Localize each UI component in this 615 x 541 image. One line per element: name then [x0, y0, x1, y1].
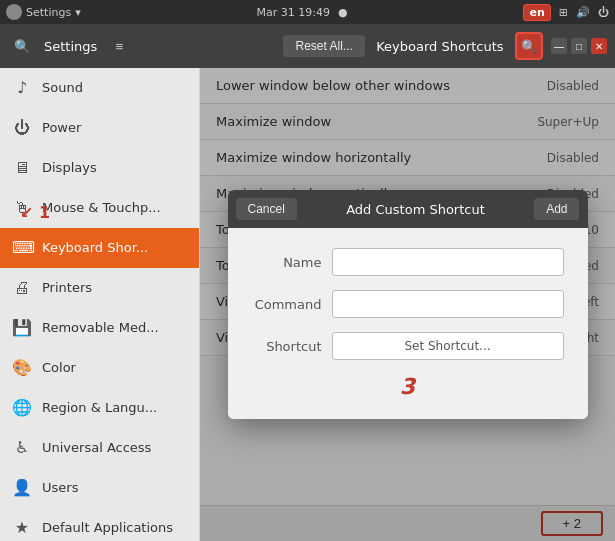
- name-input[interactable]: [332, 248, 564, 276]
- sidebar-label-color: Color: [42, 360, 76, 375]
- search-icon-button[interactable]: 🔍: [515, 32, 543, 60]
- default-apps-icon: ★: [12, 518, 32, 537]
- page-title: Keyboard Shortcuts: [373, 39, 507, 54]
- dot-indicator: ●: [338, 6, 348, 19]
- dialog-header: Cancel Add Custom Shortcut Add: [228, 190, 588, 228]
- command-input[interactable]: [332, 290, 564, 318]
- system-bar-right: en ⊞ 🔊 ⏻: [523, 4, 609, 21]
- content-area: ♪ Sound ⏻ Power 🖥 Displays 🖱 Mouse & Tou…: [0, 68, 615, 541]
- datetime-label: Mar 31 19:49: [257, 6, 330, 19]
- sidebar-label-printers: Printers: [42, 280, 92, 295]
- mouse-icon: 🖱: [12, 198, 32, 217]
- name-field: Name: [252, 248, 564, 276]
- sidebar-item-sound[interactable]: ♪ Sound: [0, 68, 199, 108]
- power-icon: ⏻: [12, 118, 32, 137]
- add-shortcut-dialog: Cancel Add Custom Shortcut Add Name Comm…: [228, 190, 588, 419]
- header-bar: 🔍 Settings ≡ Reset All... Keyboard Short…: [0, 24, 615, 68]
- command-field: Command: [252, 290, 564, 318]
- dialog-cancel-button[interactable]: Cancel: [236, 198, 297, 220]
- dialog-title: Add Custom Shortcut: [346, 202, 485, 217]
- dialog-overlay: Cancel Add Custom Shortcut Add Name Comm…: [200, 68, 615, 541]
- annotation-3: 3: [252, 374, 564, 399]
- app-menu-arrow: ▾: [75, 6, 81, 19]
- sidebar-item-removable[interactable]: 💾 Removable Med...: [0, 308, 199, 348]
- sidebar-label-region: Region & Langu...: [42, 400, 157, 415]
- sidebar-label-default-apps: Default Applications: [42, 520, 173, 535]
- sidebar-label-sound: Sound: [42, 80, 83, 95]
- sidebar-item-printers[interactable]: 🖨 Printers: [0, 268, 199, 308]
- app-menu-label[interactable]: Settings: [26, 6, 71, 19]
- region-icon: 🌐: [12, 398, 32, 417]
- set-shortcut-label: Set Shortcut...: [404, 339, 490, 353]
- system-bar-left: Settings ▾: [6, 4, 81, 20]
- main-panel: Lower window below other windows Disable…: [200, 68, 615, 541]
- close-button[interactable]: ✕: [591, 38, 607, 54]
- maximize-button[interactable]: □: [571, 38, 587, 54]
- keyboard-icon: ⌨: [12, 238, 32, 257]
- sound-icon: ♪: [12, 78, 32, 97]
- header-search-button[interactable]: 🔍: [8, 32, 36, 60]
- sound-icon[interactable]: 🔊: [576, 6, 590, 19]
- sidebar-item-region[interactable]: 🌐 Region & Langu...: [0, 388, 199, 428]
- reset-all-button[interactable]: Reset All...: [283, 35, 364, 57]
- sidebar-item-keyboard[interactable]: ⌨ Keyboard Shor...: [0, 228, 199, 268]
- sidebar-item-universal[interactable]: ♿ Universal Access: [0, 428, 199, 468]
- set-shortcut-button[interactable]: Set Shortcut...: [332, 332, 564, 360]
- settings-gear-icon: [6, 4, 22, 20]
- printers-icon: 🖨: [12, 278, 32, 297]
- language-badge[interactable]: en: [523, 4, 550, 21]
- sidebar: ♪ Sound ⏻ Power 🖥 Displays 🖱 Mouse & Tou…: [0, 68, 200, 541]
- name-label: Name: [252, 255, 322, 270]
- shortcut-field: Shortcut Set Shortcut...: [252, 332, 564, 360]
- sidebar-label-universal: Universal Access: [42, 440, 151, 455]
- sidebar-item-power[interactable]: ⏻ Power: [0, 108, 199, 148]
- minimize-button[interactable]: —: [551, 38, 567, 54]
- universal-icon: ♿: [12, 438, 32, 457]
- sidebar-label-displays: Displays: [42, 160, 97, 175]
- sidebar-item-default-apps[interactable]: ★ Default Applications: [0, 508, 199, 541]
- system-bar: Settings ▾ Mar 31 19:49 ● en ⊞ 🔊 ⏻: [0, 0, 615, 24]
- window-controls: — □ ✕: [551, 38, 607, 54]
- shortcut-label: Shortcut: [252, 339, 322, 354]
- sidebar-item-color[interactable]: 🎨 Color: [0, 348, 199, 388]
- settings-window: 🔍 Settings ≡ Reset All... Keyboard Short…: [0, 24, 615, 541]
- sidebar-label-power: Power: [42, 120, 81, 135]
- dialog-body: Name Command Shortcut Set Shortcut...: [228, 228, 588, 419]
- system-bar-center: Mar 31 19:49 ●: [257, 6, 348, 19]
- color-icon: 🎨: [12, 358, 32, 377]
- command-label: Command: [252, 297, 322, 312]
- power-icon[interactable]: ⏻: [598, 6, 609, 19]
- sidebar-label-users: Users: [42, 480, 78, 495]
- sidebar-label-mouse: Mouse & Touchp...: [42, 200, 161, 215]
- network-icon: ⊞: [559, 6, 568, 19]
- users-icon: 👤: [12, 478, 32, 497]
- sidebar-item-displays[interactable]: 🖥 Displays: [0, 148, 199, 188]
- dialog-add-button[interactable]: Add: [534, 198, 579, 220]
- sidebar-label-removable: Removable Med...: [42, 320, 159, 335]
- sidebar-item-users[interactable]: 👤 Users: [0, 468, 199, 508]
- removable-icon: 💾: [12, 318, 32, 337]
- header-menu-button[interactable]: ≡: [105, 32, 133, 60]
- sidebar-label-keyboard: Keyboard Shor...: [42, 240, 148, 255]
- settings-title: Settings: [44, 39, 97, 54]
- displays-icon: 🖥: [12, 158, 32, 177]
- sidebar-item-mouse[interactable]: 🖱 Mouse & Touchp...: [0, 188, 199, 228]
